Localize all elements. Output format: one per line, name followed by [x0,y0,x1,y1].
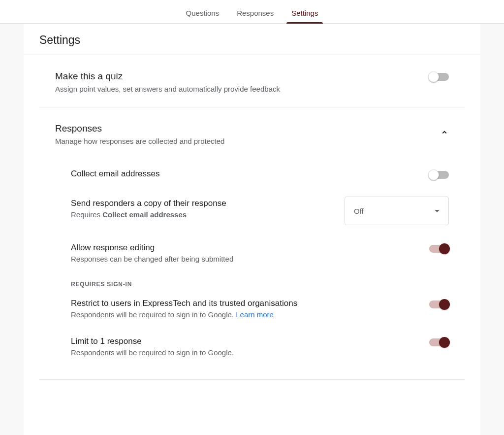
limit-toggle[interactable] [429,338,449,346]
requires-signin-label: REQUIRES SIGN-IN [71,272,449,290]
restrict-toggle[interactable] [429,301,449,308]
responses-title: Responses [55,123,224,134]
page-title: Settings [24,24,480,55]
chevron-up-icon[interactable] [440,128,449,139]
row-collect-email: Collect email addresses [71,160,449,190]
limit-title: Limit to 1 response [71,336,429,346]
section-responses: Responses Manage how responses are colle… [39,107,465,380]
limit-subtitle: Respondents will be required to sign in … [71,348,429,357]
quiz-subtitle: Assign point values, set answers and aut… [55,85,280,93]
restrict-subtitle: Respondents will be required to sign in … [71,310,429,319]
learn-more-link[interactable]: Learn more [236,310,274,319]
responses-sub-items: Collect email addresses Send responders … [55,145,449,366]
caret-down-icon [435,210,440,212]
send-copy-dropdown-value: Off [354,207,364,215]
tab-responses[interactable]: Responses [235,3,276,23]
section-quiz: Make this a quiz Assign point values, se… [39,55,465,107]
restrict-title: Restrict to users in ExpressTech and its… [71,299,429,308]
send-copy-title: Send responders a copy of their response [71,199,345,208]
tab-questions[interactable]: Questions [184,3,221,23]
top-tab-bar: Questions Responses Settings [0,0,504,24]
allow-edit-subtitle: Responses can be changed after being sub… [71,255,429,263]
row-limit: Limit to 1 response Respondents will be … [71,328,449,366]
row-send-copy: Send responders a copy of their response… [71,190,449,234]
settings-page: Settings Make this a quiz Assign point v… [24,24,480,435]
quiz-toggle[interactable] [429,73,449,81]
allow-edit-toggle[interactable] [429,245,449,253]
send-copy-dropdown[interactable]: Off [345,197,449,225]
row-restrict: Restrict to users in ExpressTech and its… [71,290,449,328]
quiz-title: Make this a quiz [55,71,280,82]
allow-edit-title: Allow response editing [71,243,429,253]
collect-email-title: Collect email addresses [71,169,429,179]
collect-email-toggle[interactable] [429,171,449,179]
responses-subtitle: Manage how responses are collected and p… [55,137,224,145]
tab-settings[interactable]: Settings [289,3,320,23]
row-allow-edit: Allow response editing Responses can be … [71,234,449,272]
send-copy-subtitle: Requires Collect email addresses [71,210,345,219]
